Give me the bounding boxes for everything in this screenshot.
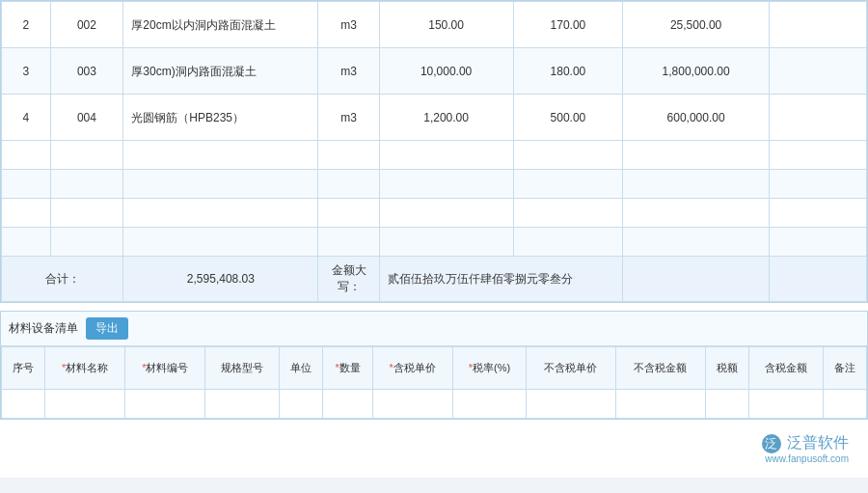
row-code: 002 (50, 2, 123, 48)
row-seq: 4 (2, 95, 51, 141)
row-unit: m3 (318, 48, 379, 95)
total-amount: 2,595,408.03 (123, 257, 318, 302)
table-row: 2 002 厚20cm以内洞内路面混凝土 m3 150.00 170.00 25… (2, 2, 867, 48)
logo: 泛 泛普软件 www.fanpusoft.com (762, 433, 849, 465)
required-mark: * (335, 362, 339, 373)
materials-data-row (2, 390, 867, 419)
total-row: 合计： 2,595,408.03 金额大写： 贰佰伍拾玖万伍仟肆佰零捌元零叁分 (2, 257, 867, 302)
row-unit-price: 500.00 (513, 95, 623, 141)
materials-col-code: *材料编号 (125, 347, 205, 390)
required-mark: * (390, 362, 393, 373)
main-container: 2 002 厚20cm以内洞内路面混凝土 m3 150.00 170.00 25… (0, 0, 868, 478)
materials-col-tax_price: *含税单价 (372, 347, 452, 390)
row-code: 004 (50, 95, 123, 141)
materials-toolbar: 材料设备清单 导出 (1, 312, 867, 346)
row-amount: 25,500.00 (623, 2, 770, 48)
materials-col-unit: 单位 (280, 347, 323, 390)
materials-col-seq: 序号 (2, 347, 45, 390)
row-quantity: 150.00 (379, 2, 513, 48)
required-mark: * (469, 362, 473, 373)
required-mark: * (142, 362, 146, 373)
row-name: 光圆钢筋（HPB235） (123, 95, 318, 141)
empty-row (2, 170, 867, 199)
materials-col-tax_amount: 含税金额 (748, 347, 823, 390)
amount-words: 贰佰伍拾玖万伍仟肆佰零捌元零叁分 (379, 257, 623, 302)
row-seq: 2 (2, 2, 51, 48)
materials-col-spec: 规格型号 (205, 347, 280, 390)
required-mark: * (62, 362, 66, 373)
table-row: 4 004 光圆钢筋（HPB235） m3 1,200.00 500.00 60… (2, 95, 867, 141)
materials-col-tax: 税额 (705, 347, 748, 390)
logo-icon: 泛 (762, 434, 781, 453)
logo-name: 泛普软件 (787, 434, 849, 451)
row-unit: m3 (318, 95, 379, 141)
empty-row (2, 228, 867, 257)
row-seq: 3 (2, 48, 51, 95)
materials-header: 序号*材料名称*材料编号规格型号单位*数量*含税单价*税率(%)不含税单价不含税… (2, 347, 867, 390)
row-code: 003 (50, 48, 123, 95)
total-label: 合计： (2, 257, 123, 302)
export-button[interactable]: 导出 (86, 317, 128, 340)
row-quantity: 10,000.00 (379, 48, 513, 95)
watermark-area: 泛 泛普软件 www.fanpusoft.com (0, 420, 868, 478)
materials-col-notes: 备注 (823, 347, 866, 390)
row-amount: 600,000.00 (623, 95, 770, 141)
materials-col-name: *材料名称 (45, 347, 125, 390)
main-table: 2 002 厚20cm以内洞内路面混凝土 m3 150.00 170.00 25… (1, 1, 867, 302)
upper-table-wrapper: 2 002 厚20cm以内洞内路面混凝土 m3 150.00 170.00 25… (0, 0, 868, 303)
materials-col-qty: *数量 (323, 347, 372, 390)
materials-col-tax_rate: *税率(%) (452, 347, 526, 390)
materials-col-notax_amount: 不含税金额 (615, 347, 705, 390)
empty-row (2, 199, 867, 228)
row-notes (769, 2, 866, 48)
row-unit-price: 180.00 (513, 48, 623, 95)
row-name: 厚20cm以内洞内路面混凝土 (123, 2, 318, 48)
materials-col-notax_price: 不含税单价 (526, 347, 615, 390)
materials-title: 材料设备清单 (9, 320, 78, 337)
row-unit-price: 170.00 (513, 2, 623, 48)
materials-table: 序号*材料名称*材料编号规格型号单位*数量*含税单价*税率(%)不含税单价不含税… (1, 346, 867, 419)
amount-words-label: 金额大写： (318, 257, 379, 302)
row-name: 厚30cm)洞内路面混凝土 (123, 48, 318, 95)
row-amount: 1,800,000.00 (623, 48, 770, 95)
row-notes (769, 95, 866, 141)
row-quantity: 1,200.00 (379, 95, 513, 141)
row-unit: m3 (318, 2, 379, 48)
table-row: 3 003 厚30cm)洞内路面混凝土 m3 10,000.00 180.00 … (2, 48, 867, 95)
materials-section: 材料设备清单 导出 序号*材料名称*材料编号规格型号单位*数量*含税单价*税率(… (0, 311, 868, 420)
empty-row (2, 141, 867, 170)
logo-url: www.fanpusoft.com (762, 453, 849, 464)
row-notes (769, 48, 866, 95)
